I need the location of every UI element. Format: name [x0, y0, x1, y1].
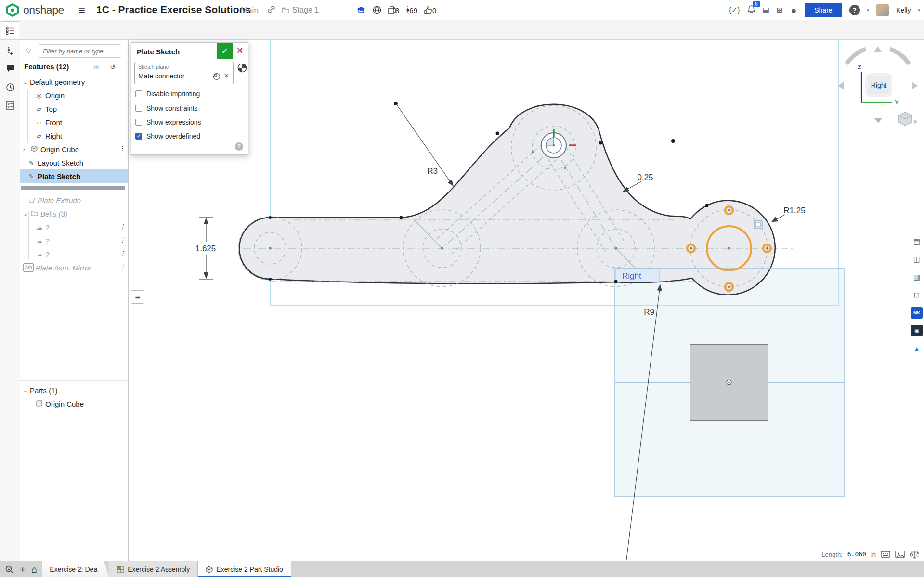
- document-title[interactable]: 1C - Practice Exercise Solutions: [96, 4, 251, 15]
- clear-selection-icon[interactable]: ✕: [224, 72, 229, 79]
- sketch-plane-field[interactable]: Sketch plane Mate connector ✕: [134, 62, 234, 84]
- view-cube-icon[interactable]: [898, 112, 912, 126]
- home-button[interactable]: ⌂: [31, 564, 37, 575]
- menu-icon[interactable]: ≡: [78, 2, 85, 18]
- bom-table-icon[interactable]: [0, 101, 20, 112]
- notifications-bell[interactable]: 6: [747, 5, 755, 15]
- sketch-entity-list-button[interactable]: ≣: [131, 290, 144, 304]
- history-icon[interactable]: [0, 83, 20, 94]
- frame-icon[interactable]: ◫: [911, 254, 923, 265]
- feature-origin-cube[interactable]: ›Origin Cube⋮: [20, 142, 128, 156]
- section-view-icon[interactable]: ⊡: [911, 289, 923, 301]
- context-menu-icon[interactable]: ⋮: [119, 263, 125, 270]
- rotate-up-arrow[interactable]: [874, 46, 882, 52]
- filter-icon[interactable]: ▽: [26, 47, 31, 54]
- user-name[interactable]: Kelly: [896, 6, 911, 14]
- checkbox-box[interactable]: [135, 105, 142, 112]
- dialog-help-icon[interactable]: ?: [235, 142, 243, 151]
- sheet-metal-icon[interactable]: ▤: [911, 236, 923, 247]
- workspace-name[interactable]: Main: [241, 6, 259, 15]
- snapshot-icon[interactable]: [895, 550, 905, 559]
- face-badge-icon[interactable]: [754, 220, 762, 229]
- checkbox-show-overdefined[interactable]: Show overdefined: [135, 132, 200, 140]
- context-menu-icon[interactable]: ⋮: [119, 236, 125, 244]
- view-cube-face[interactable]: Right: [865, 73, 892, 97]
- scale-icon[interactable]: [910, 550, 919, 559]
- copies-stat[interactable]: 8: [388, 6, 399, 14]
- feature-layout-sketch[interactable]: ✎Layout Sketch: [20, 156, 128, 169]
- cancel-button[interactable]: ✕: [236, 46, 243, 56]
- mate-connector-icon[interactable]: [213, 73, 221, 82]
- parts-header-row[interactable]: ⌄Parts (1): [20, 384, 128, 397]
- checkbox-show-expressions[interactable]: Show expressions: [135, 118, 201, 126]
- rotate-left-arrow[interactable]: [838, 82, 844, 90]
- api-icon[interactable]: {✓}: [729, 6, 740, 14]
- rollback-bar[interactable]: [20, 183, 128, 193]
- context-menu-icon[interactable]: ⋮: [119, 223, 125, 230]
- link-icon[interactable]: [267, 5, 275, 15]
- onshape-logo[interactable]: onshape: [6, 3, 64, 17]
- feature-list-toggle[interactable]: [1, 21, 19, 39]
- keypad-icon[interactable]: [881, 550, 890, 559]
- add-tab-button[interactable]: +: [20, 564, 26, 575]
- feature-plate-extrude[interactable]: ❏Plate Extrude: [20, 193, 128, 207]
- breadcrumb[interactable]: Stage 1: [282, 6, 319, 14]
- insert-feature-icon[interactable]: [0, 46, 20, 58]
- checkbox-box[interactable]: [135, 133, 142, 140]
- checkbox-box[interactable]: [135, 119, 142, 126]
- part-origin-cube[interactable]: Origin Cube: [20, 397, 128, 410]
- feature-front-plane[interactable]: ▱Front: [20, 115, 128, 129]
- apps-icon[interactable]: ⊞: [777, 6, 783, 14]
- context-menu-icon[interactable]: ⋮: [119, 250, 125, 257]
- checkbox-box[interactable]: [135, 90, 142, 97]
- feature-top-plane[interactable]: ▱Top: [20, 102, 128, 115]
- right-plane-label[interactable]: Right: [622, 271, 641, 281]
- feature-belts-folder[interactable]: ⌄Belts (3): [20, 207, 128, 220]
- feature-plate-asm-mirror[interactable]: AmPlate Asm. Mirror⋮: [20, 261, 128, 274]
- versions-stat[interactable]: 69: [406, 6, 417, 14]
- mkcad-app-icon[interactable]: MK: [911, 307, 923, 319]
- named-views-icon[interactable]: ▥: [911, 271, 923, 283]
- rollback-history-icon[interactable]: ↺: [110, 63, 116, 71]
- user-caret-icon[interactable]: ▾: [918, 8, 920, 13]
- cube-caret-icon[interactable]: [914, 119, 918, 124]
- comments-icon[interactable]: [0, 64, 20, 75]
- tab-exercise-2-dea[interactable]: Exercise 2: Dea: [42, 561, 109, 577]
- filter-input[interactable]: [39, 44, 121, 58]
- chevron-down-icon[interactable]: ⌄: [23, 387, 30, 394]
- feature-default-geometry[interactable]: ⌄Default geometry: [20, 75, 128, 89]
- tab-exercise-2-part-studio[interactable]: Exercise 2 Part Studio: [198, 561, 291, 577]
- context-menu-icon[interactable]: ⋮: [119, 145, 125, 152]
- rotate-right-arrow[interactable]: [912, 82, 918, 90]
- view-cube[interactable]: Right Z Y: [832, 42, 924, 131]
- checkbox-disable-imprinting[interactable]: Disable imprinting: [135, 90, 200, 98]
- tab-search-icon[interactable]: [5, 565, 14, 574]
- tab-exercise-2-assembly[interactable]: Exercise 2 Assembly: [109, 561, 198, 577]
- mate-connector-toggle[interactable]: [237, 63, 247, 75]
- feature-plate-sketch[interactable]: ✎Plate Sketch: [20, 169, 128, 183]
- globe-icon[interactable]: [373, 6, 381, 14]
- feature-origin[interactable]: ◎Origin: [20, 89, 128, 102]
- accept-button[interactable]: ✓: [217, 43, 233, 59]
- feature-belt-1[interactable]: ☁?⋮: [20, 220, 128, 234]
- origin-cube-face[interactable]: [690, 345, 768, 420]
- help-caret-icon[interactable]: ▾: [867, 8, 870, 13]
- likes-stat[interactable]: 0: [424, 6, 436, 14]
- help-button[interactable]: ?: [849, 5, 860, 15]
- checkbox-show-constraints[interactable]: Show constraints: [135, 104, 198, 112]
- view-caret-icon[interactable]: [874, 118, 882, 123]
- length-value[interactable]: 6.060: [847, 551, 866, 558]
- new-folder-icon[interactable]: ⊞: [93, 63, 99, 71]
- cad-app-icon[interactable]: ▲: [911, 343, 923, 355]
- chevron-down-icon[interactable]: ⌄: [23, 79, 30, 85]
- ai-advisor-icon[interactable]: ☻: [790, 6, 797, 14]
- chevron-right-icon[interactable]: ›: [23, 146, 30, 152]
- tasks-icon[interactable]: ▤: [763, 6, 769, 14]
- snapshot-app-icon[interactable]: ◉: [911, 325, 923, 336]
- avatar[interactable]: [876, 4, 889, 16]
- feature-belt-2[interactable]: ☁?⋮: [20, 234, 128, 247]
- feature-right-plane[interactable]: ▱Right: [20, 129, 128, 142]
- learning-icon[interactable]: [356, 6, 366, 14]
- share-button[interactable]: Share: [805, 3, 842, 17]
- feature-belt-3[interactable]: ☁?⋮: [20, 247, 128, 261]
